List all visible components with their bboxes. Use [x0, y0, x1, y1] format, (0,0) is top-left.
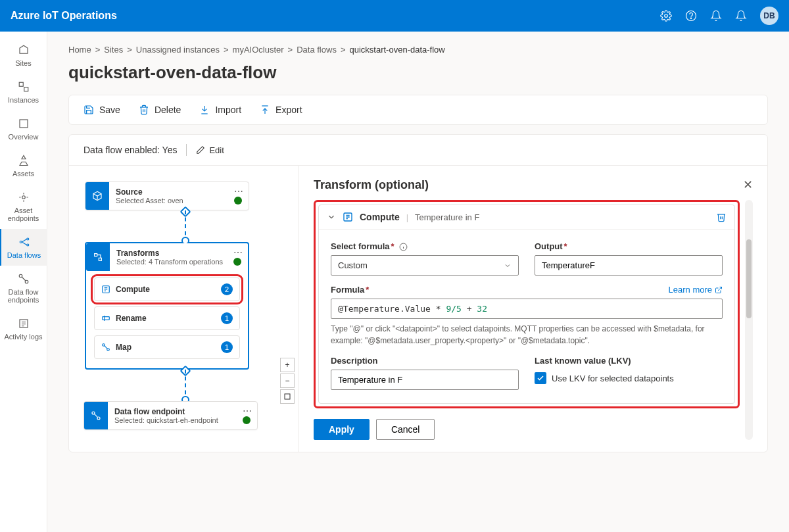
op-rename[interactable]: Rename 1	[94, 306, 240, 330]
svg-point-0	[665, 14, 668, 18]
crumb-cluster[interactable]: myAIOcluster	[233, 45, 284, 55]
apply-button[interactable]: Apply	[314, 419, 370, 440]
op-compute[interactable]: Compute 2	[94, 278, 240, 301]
info-icon[interactable]	[399, 243, 408, 251]
assets-icon	[17, 154, 30, 167]
nav-assets[interactable]: Assets	[0, 147, 47, 184]
svg-point-7	[20, 241, 22, 243]
crumb-sites[interactable]: Sites	[104, 45, 123, 55]
cancel-button[interactable]: Cancel	[376, 419, 435, 440]
save-icon	[84, 105, 94, 115]
node-subtitle: Selected: 4 Transform operations	[116, 258, 241, 266]
divider	[186, 144, 187, 156]
status-ok-icon	[234, 197, 242, 205]
fit-button[interactable]	[280, 389, 295, 404]
output-input[interactable]	[535, 255, 723, 276]
nav-sites[interactable]: Sites	[0, 37, 47, 74]
sparkle-bell-icon[interactable]	[710, 10, 722, 22]
crumb-current: quickstart-oven-data-flow	[349, 45, 444, 55]
more-icon[interactable]: ⋯	[233, 247, 243, 258]
nav-label: Data flows	[7, 251, 41, 259]
svg-point-2	[690, 18, 691, 18]
more-icon[interactable]: ⋯	[234, 186, 243, 197]
source-node[interactable]: Source Selected Asset: oven ⋯	[85, 181, 249, 210]
pane-title: Transform (optional)	[314, 178, 429, 192]
edit-button[interactable]: Edit	[196, 145, 224, 155]
check-icon	[537, 374, 544, 382]
zoom-out-button[interactable]: −	[280, 374, 295, 388]
lkv-checkbox[interactable]	[535, 372, 546, 384]
close-icon[interactable]: ✕	[743, 178, 753, 192]
flow-endpoints-icon	[17, 272, 30, 285]
data-flows-icon	[18, 235, 31, 249]
highlighted-region: Compute | Temperature in F	[314, 200, 740, 408]
svg-point-8	[26, 238, 28, 240]
nav-label: Data flow endpoints	[1, 288, 46, 304]
more-icon[interactable]: ⋯	[243, 406, 252, 416]
export-button[interactable]: Export	[260, 105, 302, 115]
formula-input[interactable]: @Temperature.Value * 9/5 + 32	[331, 299, 723, 319]
compute-icon	[343, 212, 353, 222]
nav-asset-endpoints[interactable]: Asset endpoints	[0, 184, 47, 229]
action-toolbar-card: Save Delete Import Export	[68, 95, 768, 125]
transform-pane: Transform (optional) ✕	[299, 166, 767, 452]
sites-icon	[17, 43, 30, 57]
scrollbar[interactable]	[745, 200, 753, 440]
svg-point-19	[92, 412, 95, 414]
output-label: Output*	[535, 241, 723, 251]
description-input[interactable]	[331, 370, 519, 390]
count-badge: 1	[221, 312, 233, 324]
svg-point-9	[26, 244, 28, 246]
external-link-icon	[715, 286, 723, 294]
learn-more-link[interactable]: Learn more	[669, 285, 723, 295]
import-button[interactable]: Import	[199, 105, 241, 115]
topbar: Azure IoT Operations DB	[0, 0, 789, 32]
svg-rect-4	[24, 87, 28, 91]
node-title: Data flow endpoint	[114, 407, 251, 416]
enable-row: Data flow enabled: Yes Edit	[69, 135, 767, 166]
nav-activity-logs[interactable]: Activity logs	[0, 310, 47, 347]
zoom-controls: + −	[280, 358, 295, 404]
save-button[interactable]: Save	[84, 105, 120, 115]
trash-icon[interactable]	[716, 212, 727, 222]
chevron-down-icon[interactable]	[327, 212, 336, 222]
app-title: Azure IoT Operations	[11, 10, 660, 22]
endpoint-node[interactable]: Data flow endpoint Selected: quickstart-…	[84, 401, 258, 430]
crumb-home[interactable]: Home	[68, 45, 91, 55]
svg-rect-21	[285, 394, 290, 399]
bell-icon[interactable]	[735, 10, 747, 22]
compute-subtitle: Temperature in F	[415, 212, 479, 222]
dataflow-card: Data flow enabled: Yes Edit	[68, 134, 768, 452]
svg-point-20	[97, 417, 100, 420]
nav-label: Assets	[12, 170, 34, 178]
lkv-checkbox-label: Use LKV for selected datapoints	[552, 374, 674, 383]
avatar[interactable]: DB	[760, 7, 778, 25]
nav-overview[interactable]: Overview	[0, 110, 47, 147]
crumb-unassigned[interactable]: Unassigned instances	[136, 45, 220, 55]
crumb-dataflows[interactable]: Data flows	[297, 45, 337, 55]
formula-select[interactable]: Custom	[331, 255, 519, 276]
upload-icon	[260, 105, 270, 115]
node-subtitle: Selected Asset: oven	[116, 197, 242, 205]
gear-icon[interactable]	[660, 10, 672, 22]
nav-data-flow-endpoints[interactable]: Data flow endpoints	[0, 266, 47, 310]
node-title: Transforms	[116, 249, 241, 258]
nav-instances[interactable]: Instances	[0, 74, 47, 110]
enabled-label: Data flow enabled: Yes	[84, 145, 177, 155]
nav-data-flows[interactable]: Data flows	[0, 229, 47, 266]
transforms-node[interactable]: Transforms Selected: 4 Transform operati…	[85, 242, 249, 370]
delete-button[interactable]: Delete	[139, 105, 181, 115]
svg-rect-3	[19, 82, 23, 86]
compute-icon	[101, 285, 110, 294]
zoom-in-button[interactable]: +	[280, 358, 295, 372]
overview-icon	[17, 117, 30, 130]
formula-label: Formula*	[331, 285, 369, 295]
help-icon[interactable]	[685, 10, 697, 22]
svg-rect-14	[99, 258, 101, 260]
scrollbar-thumb[interactable]	[746, 239, 752, 318]
main-content: Home> Sites> Unassigned instances> myAIO…	[47, 32, 789, 532]
op-map[interactable]: Map 1	[94, 335, 240, 359]
chevron-down-icon	[504, 262, 512, 270]
nav-label: Asset endpoints	[1, 206, 46, 222]
node-title: Source	[116, 187, 242, 197]
